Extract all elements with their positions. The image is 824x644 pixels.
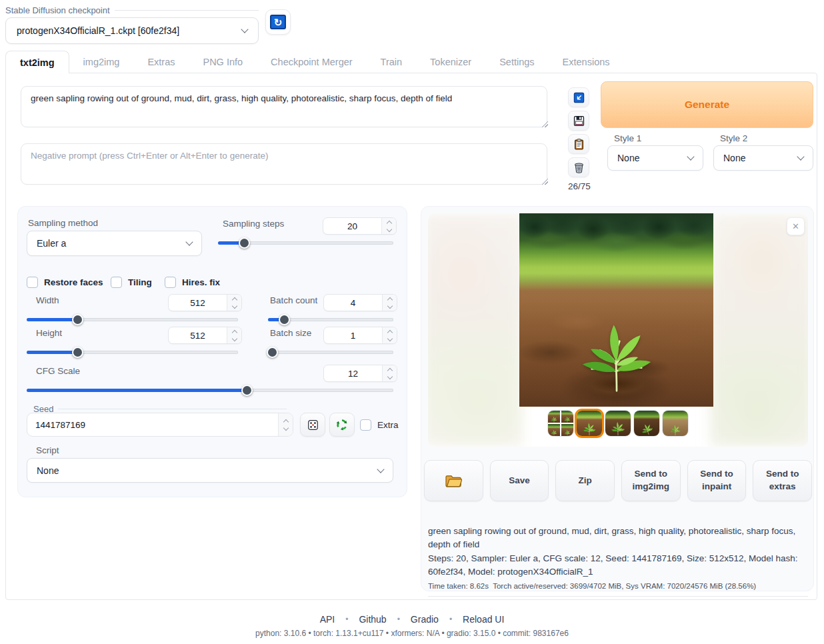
clear-prompt-button[interactable] (568, 157, 589, 177)
negative-prompt-input[interactable] (21, 143, 547, 185)
sampling-steps-label: Sampling steps (223, 219, 284, 229)
batch-count-label: Batch count (270, 295, 317, 305)
seed-input[interactable]: 1441787169 (27, 413, 293, 437)
refresh-checkpoint-button[interactable]: ↻ (265, 9, 291, 35)
close-gallery-button[interactable]: ✕ (787, 217, 805, 235)
thumbnail-2[interactable] (605, 411, 631, 436)
sampling-method-label: Sampling method (28, 218, 98, 228)
style2-dropdown[interactable]: None (713, 145, 813, 171)
thumbnail-3[interactable] (634, 411, 659, 436)
width-slider[interactable] (27, 314, 238, 325)
batch-count-slider[interactable] (268, 314, 393, 325)
send-to-extras-label: Send to extras (763, 468, 802, 493)
footer-link-api[interactable]: API (320, 614, 335, 625)
tab-settings[interactable]: Settings (485, 51, 548, 73)
send-to-inpaint-button[interactable]: Send to inpaint (687, 460, 747, 501)
extra-seed-checkbox[interactable] (360, 419, 371, 431)
hires-fix-label: Hires. fix (182, 277, 220, 287)
batch-count-input[interactable]: 4 (323, 294, 397, 311)
height-spinner[interactable] (227, 327, 241, 343)
zip-button[interactable]: Zip (555, 460, 615, 501)
slider-knob[interactable] (267, 347, 278, 358)
apply-styles-button[interactable] (568, 134, 589, 154)
read-generation-params-button[interactable] (568, 87, 589, 107)
tab-img2img[interactable]: img2img (69, 51, 134, 73)
checkpoint-dropdown[interactable]: protogenX34OfficialR_1.ckpt [60fe2f34] (5, 17, 259, 44)
footer-link-gradio[interactable]: Gradio (411, 614, 439, 625)
cfg-scale-slider[interactable] (27, 385, 393, 396)
sapling-illustration (567, 305, 667, 392)
script-value: None (37, 465, 59, 476)
tab-tokenizer[interactable]: Tokenizer (416, 51, 485, 73)
tab-extras[interactable]: Extras (133, 51, 189, 73)
batch-size-slider[interactable] (268, 347, 393, 358)
slider-knob[interactable] (72, 347, 83, 358)
prompt-resize-handle[interactable] (541, 120, 548, 127)
generate-button[interactable]: Generate (601, 81, 813, 128)
send-to-extras-button[interactable]: Send to extras (753, 460, 812, 501)
cfg-scale-spinner[interactable] (382, 365, 397, 381)
footer-link-github[interactable]: Github (359, 614, 386, 625)
tab-train[interactable]: Train (367, 51, 417, 73)
negative-prompt-resize-handle[interactable] (541, 177, 548, 185)
batch-count-value: 4 (324, 298, 382, 308)
sapling-illustration (581, 419, 598, 435)
tab-checkpoint-merger[interactable]: Checkpoint Merger (257, 51, 367, 73)
batch-size-label: Batch size (270, 328, 311, 338)
height-slider[interactable] (27, 347, 238, 358)
reuse-seed-button[interactable] (329, 413, 355, 437)
footer-link-reload-ui[interactable]: Reload UI (463, 614, 504, 625)
hires-fix-checkbox-row[interactable]: Hires. fix (165, 277, 220, 288)
checkpoint-value: protogenX34OfficialR_1.ckpt [60fe2f34] (17, 25, 179, 36)
send-to-img2img-button[interactable]: Send to img2img (621, 460, 681, 501)
thumbnail-grid-all[interactable] (548, 411, 573, 436)
slider-track[interactable] (268, 351, 393, 354)
tiling-checkbox-row[interactable]: Tiling (111, 277, 152, 288)
random-seed-button[interactable] (300, 413, 325, 437)
tab-txt2img[interactable]: txt2img (5, 51, 69, 73)
folder-icon (445, 474, 462, 488)
save-style-button[interactable] (568, 111, 589, 131)
thumbnail-4[interactable] (663, 411, 688, 436)
refresh-icon: ↻ (270, 15, 286, 29)
batch-count-spinner[interactable] (382, 295, 397, 311)
prompt-input[interactable]: green sapling rowing out of ground, mud,… (21, 86, 547, 127)
sampling-steps-input[interactable]: 20 (323, 217, 397, 235)
cfg-scale-input[interactable]: 12 (323, 365, 397, 382)
tab-extensions[interactable]: Extensions (549, 51, 624, 73)
restore-faces-checkbox-row[interactable]: Restore faces (27, 277, 103, 288)
width-input[interactable]: 512 (168, 294, 242, 311)
slider-knob[interactable] (279, 314, 290, 325)
sampling-method-dropdown[interactable]: Euler a (27, 231, 202, 256)
sampling-steps-slider[interactable] (218, 237, 393, 249)
slider-fill (27, 318, 77, 321)
width-spinner[interactable] (227, 295, 241, 311)
arrow-down-left-icon (573, 91, 585, 104)
hires-fix-checkbox[interactable] (165, 277, 176, 288)
sampling-method-value: Euler a (37, 238, 66, 249)
slider-knob[interactable] (241, 385, 253, 396)
generated-image[interactable] (519, 213, 713, 407)
restore-faces-checkbox[interactable] (27, 277, 38, 288)
extra-seed-checkbox-row[interactable]: Extra (360, 419, 399, 431)
style1-dropdown[interactable]: None (607, 145, 703, 171)
style1-label: Style 1 (614, 133, 641, 143)
seed-spinner[interactable] (278, 413, 293, 436)
script-dropdown[interactable]: None (27, 458, 393, 483)
sampling-steps-spinner[interactable] (381, 218, 396, 234)
batch-size-spinner[interactable] (382, 327, 397, 343)
slider-fill (27, 351, 77, 354)
tiling-checkbox[interactable] (111, 277, 122, 288)
output-panel: ✕ (421, 206, 814, 591)
tab-png-info[interactable]: PNG Info (189, 51, 257, 73)
slider-knob[interactable] (72, 314, 83, 325)
save-button[interactable]: Save (490, 460, 549, 501)
height-input[interactable]: 512 (168, 327, 242, 344)
grid-cell (548, 411, 560, 423)
open-folder-button[interactable] (424, 460, 483, 501)
slider-knob[interactable] (239, 237, 250, 249)
close-icon: ✕ (792, 221, 799, 231)
batch-size-input[interactable]: 1 (323, 327, 397, 344)
sapling-illustration (668, 422, 683, 435)
thumbnail-1-selected[interactable] (577, 411, 602, 436)
